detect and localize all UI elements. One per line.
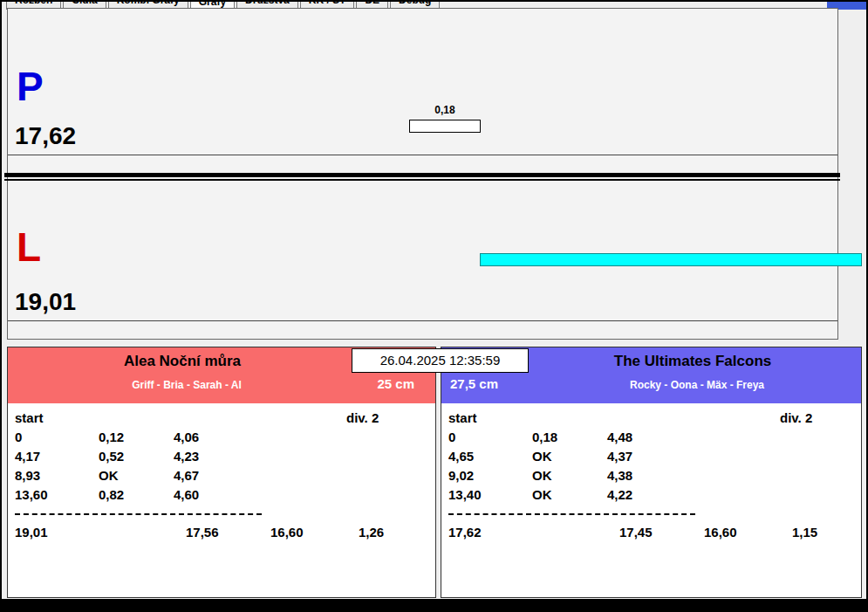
split-time: 13,60 [15,487,48,502]
table-row: 8,93 OK 4,67 [8,468,435,487]
team-right-jump-height: 27,5 cm [450,376,498,391]
table-row: 0 0,18 4,48 [441,430,861,449]
tab-label: KK / ST [309,2,346,6]
team-right-members: Rocky - Oona - Mäx - Freya [441,379,861,391]
cross-time: OK [532,468,552,483]
tab-label: Čidla [72,2,97,6]
table-row: 13,40 OK 4,22 [441,487,861,506]
tab-label: Rozběh [15,2,52,6]
run-time: 4,23 [174,449,199,464]
split-time: 8,93 [15,468,40,483]
timestamp-box: 26.04.2025 12:35:59 [352,348,529,373]
net-time: 17,45 [619,525,653,540]
table-row: 4,17 0,52 4,23 [8,449,435,468]
tab-label: DE [365,2,379,6]
tab-label: Kombi Grafy [117,2,180,6]
lane-separator-thick [4,173,840,177]
lane-separator-thin [4,179,840,181]
app-window: Rozběh Čidla Kombi Grafy Grafy Družstva … [0,0,868,612]
best-time: 16,60 [270,525,304,540]
division-label: div. 2 [346,410,379,425]
split-time: 9,02 [448,468,474,483]
totals-separator [15,513,262,515]
split-time: 4,65 [448,449,474,464]
table-row: 13,60 0,82 4,60 [8,487,435,506]
team-right-results-table: start div. 2 0 0,18 4,48 4,65 OK 4,37 9,… [441,403,861,597]
run-time: 4,37 [607,449,632,464]
cross-time: 0,52 [99,449,124,464]
team-left-results-table: start div. 2 0 0,12 4,06 4,17 0,52 4,23 … [8,403,435,597]
table-row: 4,65 OK 4,37 [441,449,861,468]
team-panel-right: The Ultimates Falcons Rocky - Oona - Mäx… [441,347,862,598]
best-time: 16,60 [704,525,737,540]
total-time: 17,62 [448,525,482,540]
split-time: 4,17 [15,449,40,464]
total-time: 19,01 [15,525,48,540]
lane-p-marker-box [409,120,481,133]
run-time: 4,06 [174,430,199,444]
table-header-row: start div. 2 [8,410,435,430]
lane-p-baseline [8,155,837,155]
bottom-bar [2,599,866,610]
split-time: 13,40 [448,487,482,502]
totals-row: 17,62 17,45 16,60 1,15 [441,525,861,544]
lane-p-time: 17,62 [15,124,76,148]
cross-time: 0,82 [99,487,124,502]
team-panel-left: Alea Noční můra Griff - Bria - Sarah - A… [7,347,436,598]
run-time: 4,48 [607,430,632,444]
totals-row: 19,01 17,56 16,60 1,26 [8,525,435,544]
start-label: start [15,410,44,425]
cross-time: 0,12 [99,430,124,444]
tab-label: Grafy [199,2,226,8]
split-time: 0 [15,430,22,444]
table-row: 0 0,12 4,06 [8,430,435,449]
table-header-row: start div. 2 [441,410,861,430]
diff-time: 1,26 [359,525,384,540]
tab-label: Debug [399,2,431,6]
split-time: 0 [448,430,455,444]
team-left-members: Griff - Bria - Sarah - Al [8,379,435,391]
table-row: 9,02 OK 4,38 [441,468,861,487]
cross-time: OK [532,449,552,464]
run-time: 4,38 [607,468,632,483]
tab-label: Družstva [245,2,290,6]
cross-time: OK [99,468,119,483]
cross-time: 0,18 [532,430,557,444]
division-label: div. 2 [780,410,812,425]
net-time: 17,56 [186,525,219,540]
team-left-jump-height: 25 cm [377,376,414,391]
lane-l-progress-bar [480,253,862,266]
run-time: 4,22 [607,487,632,502]
start-label: start [448,410,477,425]
totals-separator [448,513,695,515]
lane-p-letter: P [17,66,44,107]
lane-l-baseline [8,320,837,321]
run-time: 4,60 [174,487,199,502]
run-time: 4,67 [174,468,199,483]
lane-l-letter: L [17,227,41,267]
diff-time: 1,15 [792,525,817,540]
lane-l-time: 19,01 [15,290,76,314]
lane-p-marker-value: 0,18 [409,104,481,116]
cross-time: OK [532,487,552,502]
